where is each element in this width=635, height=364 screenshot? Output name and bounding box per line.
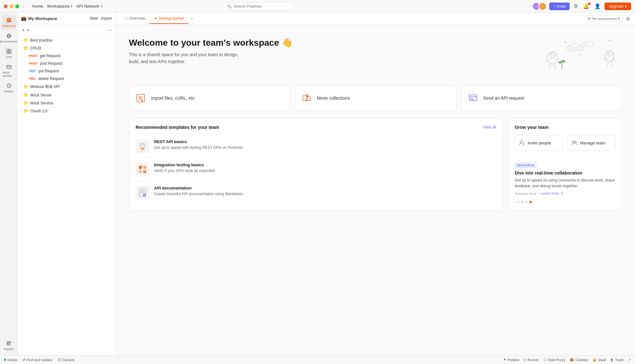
collections-list: › 📁 Best practice › 📁 CRUD POST get Requ… <box>18 36 116 355</box>
svg-point-31 <box>584 41 594 46</box>
view-all-link[interactable]: View all <box>483 125 496 129</box>
chevron-right-icon: › <box>21 101 22 105</box>
home-nav[interactable]: Home <box>32 4 43 9</box>
sidebar-item-apis[interactable]: APIs <box>2 46 16 61</box>
collection-oauth2[interactable]: › 📁 OAuth 2.0 <box>18 107 116 115</box>
svg-rect-60 <box>136 163 149 176</box>
collection-best-practice[interactable]: › 📁 Best practice <box>18 36 116 44</box>
collection-icon: 📁 <box>23 93 29 97</box>
add-collection-button[interactable]: + <box>21 26 26 34</box>
request-delete[interactable]: DEL delete Request <box>18 75 116 83</box>
workspaces-dropdown[interactable]: Workspaces ▾ <box>47 4 72 9</box>
sidebar-item-explore[interactable]: Explore <box>2 338 16 353</box>
sidebar-item-history[interactable]: History <box>2 81 16 95</box>
collections-panel: 💼 My Workspace New Import + ≡ ··· › 📁 Be… <box>18 13 116 355</box>
no-environment-button[interactable]: 👁 No environment ▾ <box>585 15 623 22</box>
trash-label: Trash <box>615 358 624 362</box>
settings-button[interactable]: ⚙ <box>572 3 579 10</box>
action-card-send[interactable]: Send an API request <box>461 86 622 110</box>
sidebar-item-mock-servers[interactable]: Mock servers <box>2 62 16 79</box>
import-button[interactable]: Import <box>100 15 113 22</box>
svg-rect-63 <box>139 170 142 173</box>
import-card-icon <box>135 92 146 104</box>
api-network-dropdown[interactable]: API Network ▾ <box>76 4 102 9</box>
panel-toolbar: + ≡ ··· <box>18 24 116 36</box>
welcome-subtitle: This is a shared space for you and your … <box>129 51 293 65</box>
minimize-button[interactable] <box>10 4 13 8</box>
pagination: ‹ › <box>515 199 616 204</box>
request-put[interactable]: PUT put Request <box>18 67 116 75</box>
search-icon: 🔍 <box>227 4 232 9</box>
find-replace-button[interactable]: ⇄ Find and replace <box>23 358 53 362</box>
overview-icon: ⬡ <box>124 16 128 21</box>
rest-basics-desc: Get up to speed with testing REST APIs o… <box>154 145 496 150</box>
manage-team-button[interactable]: Manage team <box>567 135 616 151</box>
svg-point-36 <box>587 50 588 51</box>
add-tab-button[interactable]: + <box>188 14 196 23</box>
postbot-button[interactable]: ✦ Postbot <box>503 358 519 362</box>
prev-page-button[interactable]: ‹ <box>515 199 516 204</box>
tab-overview[interactable]: ⬡ Overview <box>120 14 150 24</box>
vault-icon: 🔒 <box>592 358 597 362</box>
resource-meta: 4-minute read • Learn more ↗ <box>515 191 616 195</box>
tab-getting-started[interactable]: ✦ Getting started <box>150 14 188 24</box>
template-rest-basics[interactable]: REST API basics Get up to speed with tes… <box>136 135 496 158</box>
svg-line-23 <box>554 64 556 69</box>
env-grid-button[interactable]: ⊞ <box>625 16 631 22</box>
page-dot-1[interactable] <box>521 201 524 203</box>
main-content: ⬡ Overview ✦ Getting started + 👁 No envi… <box>116 13 635 355</box>
svg-rect-9 <box>9 52 11 54</box>
action-card-import[interactable]: Import files, cURL, etc <box>129 86 290 110</box>
collection-crud[interactable]: › 📁 CRUD <box>18 44 116 52</box>
sidebar-item-collections[interactable]: Collections <box>2 15 16 30</box>
svg-rect-13 <box>7 341 9 343</box>
invite-button[interactable]: + Invite <box>549 3 570 10</box>
collection-mock-server[interactable]: › 📁 Mock Server <box>18 91 116 99</box>
sort-button[interactable]: ≡ <box>26 27 30 34</box>
resource-title: Dive into real-time collaboration <box>515 170 616 175</box>
action-card-move[interactable]: Move collections <box>295 86 456 110</box>
console-button[interactable]: ⊡ Console <box>58 358 75 362</box>
request-post[interactable]: POST post Request <box>18 60 116 67</box>
learn-more-link[interactable]: Learn more ↗ <box>541 191 563 195</box>
request-get[interactable]: POST get Request <box>18 52 116 60</box>
search-input[interactable] <box>234 4 284 9</box>
page-dot-3[interactable] <box>530 201 532 203</box>
env-selector[interactable]: 👁 No environment ▾ ⊞ <box>585 15 631 22</box>
integration-desc: Verify if your APIs work as expected. <box>154 168 496 174</box>
sidebar-item-environments[interactable]: Environments <box>2 31 16 45</box>
svg-rect-8 <box>7 52 9 54</box>
trash-button[interactable]: 🗑 Trash <box>610 358 624 362</box>
svg-rect-62 <box>143 166 146 169</box>
resize-button[interactable]: ⤢ <box>628 358 631 362</box>
welcome-illustration <box>533 37 622 76</box>
profile-button[interactable]: 👤 <box>593 3 602 10</box>
notification-button[interactable]: 🔔 <box>582 3 591 10</box>
invite-people-button[interactable]: Invite people <box>515 135 563 151</box>
collection-medusa[interactable]: › 📁 Medusa 商城 API <box>18 83 116 91</box>
page-dot-2[interactable] <box>525 201 528 203</box>
collection-mock-service[interactable]: › 📁 Mock Service <box>18 99 116 107</box>
back-arrow[interactable]: ‹ <box>23 4 24 9</box>
runner-button[interactable]: ▷ Runner <box>524 358 539 362</box>
runner-label: Runner <box>528 358 539 362</box>
cookies-button[interactable]: 🍪 Cookies <box>570 358 588 362</box>
upgrade-button[interactable]: Upgrade ▾ <box>605 3 631 10</box>
svg-point-29 <box>566 46 574 51</box>
start-proxy-button[interactable]: ⬡ Start Proxy <box>544 358 565 362</box>
forward-arrow[interactable]: › <box>27 4 29 9</box>
template-integration[interactable]: Integration testing basics Verify if you… <box>136 158 496 181</box>
sidebar-icons: Collections Environments APIs Mock serve… <box>0 13 18 355</box>
svg-rect-50 <box>306 97 311 101</box>
close-button[interactable] <box>4 4 8 8</box>
chevron-right-icon: › <box>21 93 22 97</box>
more-options-button[interactable]: ··· <box>107 26 113 34</box>
next-page-button[interactable]: › <box>518 199 520 204</box>
collection-icon: 📁 <box>23 109 29 113</box>
new-button[interactable]: New <box>89 15 99 22</box>
maximize-button[interactable] <box>15 4 19 8</box>
template-api-docs[interactable]: API documentation Create beautiful API d… <box>136 181 496 204</box>
search-bar[interactable]: 🔍 <box>224 3 293 10</box>
online-status[interactable]: Online <box>4 358 17 362</box>
vault-button[interactable]: 🔒 Vault <box>592 358 606 362</box>
